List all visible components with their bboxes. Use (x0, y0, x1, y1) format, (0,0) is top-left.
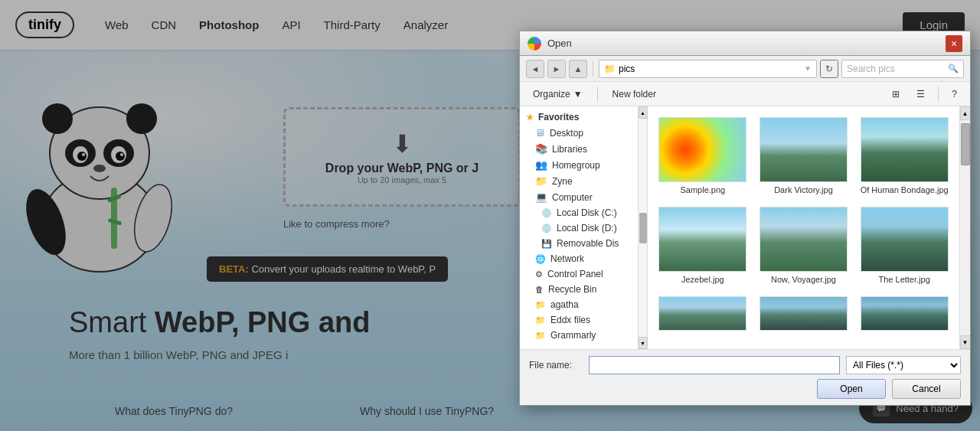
actions-toolbar: Organize ▼ New folder ⊞ ☰ ? (520, 82, 970, 106)
sidebar-item-local-c[interactable]: 💿 Local Disk (C:) (520, 205, 638, 220)
usb-icon: 💾 (541, 239, 552, 249)
favorites-header[interactable]: ★ Favorites (520, 109, 638, 125)
sidebar-label-eddx: Eddx files (550, 315, 590, 325)
cancel-button[interactable]: Cancel (892, 379, 961, 399)
file-thumbnail (658, 117, 746, 182)
sidebar-label-zyne: Zyne (552, 176, 573, 187)
partial3-thumb-image (861, 297, 948, 330)
file-name: The Letter.jpg (879, 275, 930, 284)
sidebar-scroll-down[interactable]: ▼ (639, 337, 648, 349)
file-name: Dark Victory.jpg (774, 185, 833, 194)
title-left: Open (528, 37, 572, 51)
sidebar-item-grammarly[interactable]: 📁 Grammarly (520, 328, 638, 343)
file-thumbnail (760, 117, 848, 182)
sidebar-scroll-thumb[interactable] (639, 213, 647, 243)
file-item[interactable]: Jezebel.jpg (654, 202, 752, 289)
filetype-select[interactable]: All Files (*.*)PNG Files (*.png)JPEG Fil… (846, 356, 961, 374)
voyager-thumb-image (760, 207, 847, 271)
eddx-icon: 📁 (535, 315, 546, 325)
path-dropdown-arrow[interactable]: ▼ (804, 64, 812, 73)
sidebar-scroll-up[interactable]: ▲ (639, 106, 648, 119)
dark-victory-thumb-image (760, 118, 847, 181)
sidebar-item-eddx[interactable]: 📁 Eddx files (520, 312, 638, 328)
disk-c-icon: 💿 (541, 208, 552, 218)
file-item[interactable]: Sample.png (654, 113, 752, 199)
new-folder-button[interactable]: New folder (606, 85, 663, 103)
human-bondage-thumb-image (861, 118, 948, 181)
file-item[interactable]: The Letter.jpg (855, 202, 953, 289)
search-box[interactable]: Search pics 🔍 (841, 60, 964, 78)
sidebar-item-control-panel[interactable]: ⚙ Control Panel (520, 266, 638, 282)
file-name: Sample.png (680, 185, 725, 194)
view-icon-button[interactable]: ⊞ (885, 85, 906, 103)
sidebar-item-libraries[interactable]: 📚 Libraries (520, 141, 638, 157)
path-text: pics (619, 64, 635, 74)
file-name: Jezebel.jpg (681, 275, 724, 284)
dialog-bottom-bar: File name: All Files (*.*)PNG Files (*.p… (520, 349, 970, 405)
open-button[interactable]: Open (817, 379, 886, 399)
files-scrollbar[interactable]: ▲ ▼ (959, 106, 970, 349)
sidebar-label-agatha: agatha (550, 299, 579, 310)
file-item[interactable] (755, 292, 853, 335)
file-name: Now, Voyager.jpg (771, 275, 836, 284)
file-thumbnail (861, 296, 949, 331)
sidebar-scrollbar[interactable]: ▲ ▼ (639, 106, 648, 349)
sidebar-item-recycle[interactable]: 🗑 Recycle Bin (520, 282, 638, 297)
details-icon-button[interactable]: ☰ (910, 85, 932, 103)
recycle-icon: 🗑 (535, 285, 544, 294)
files-scroll-down[interactable]: ▼ (960, 335, 971, 349)
file-item[interactable]: Now, Voyager.jpg (755, 202, 853, 289)
sidebar-item-agatha[interactable]: 📁 agatha (520, 297, 638, 312)
up-button[interactable]: ▲ (569, 60, 587, 78)
refresh-button[interactable]: ↻ (820, 60, 838, 78)
file-item[interactable] (654, 292, 752, 335)
toolbar2-sep2 (938, 87, 939, 102)
sidebar-item-local-d[interactable]: 💿 Local Disk (D:) (520, 220, 638, 236)
address-bar[interactable]: 📁 pics ▼ (599, 60, 817, 78)
back-button[interactable]: ◄ (526, 60, 544, 78)
favorites-star: ★ (526, 113, 534, 122)
sidebar-item-desktop[interactable]: 🖥 Desktop (520, 125, 638, 141)
files-scroll-thumb[interactable] (961, 123, 970, 165)
sidebar-item-homegroup[interactable]: 👥 Homegroup (520, 157, 638, 173)
file-thumbnail (760, 296, 848, 331)
sidebar-label-recycle: Recycle Bin (548, 284, 596, 295)
computer-icon: 💻 (535, 191, 547, 203)
sidebar-item-computer[interactable]: 💻 Computer (520, 189, 638, 205)
sidebar-item-zyne[interactable]: 📁 Zyne (520, 173, 638, 189)
dialog-title: Open (547, 38, 572, 49)
grammarly-icon: 📁 (535, 331, 546, 341)
letter-thumb-image (861, 207, 948, 271)
libraries-icon: 📚 (535, 143, 547, 155)
disk-d-icon: 💿 (541, 224, 552, 233)
organize-label: Organize (533, 89, 570, 100)
file-item[interactable]: Of Human Bondage.jpg (855, 113, 953, 199)
chrome-icon (528, 37, 541, 51)
forward-button[interactable]: ► (547, 60, 566, 78)
sidebar-item-network[interactable]: 🌐 Network (520, 251, 638, 266)
sidebar-item-removable[interactable]: 💾 Removable Dis (520, 236, 638, 251)
organize-arrow: ▼ (573, 89, 583, 100)
sidebar-label-desktop: Desktop (550, 128, 583, 139)
search-icon: 🔍 (948, 64, 959, 73)
toolbar2-right: ⊞ ☰ ? (885, 85, 964, 103)
sidebar-label-grammarly: Grammarly (550, 330, 596, 341)
file-thumbnail (658, 207, 746, 272)
dialog-close-button[interactable]: × (946, 35, 962, 52)
file-item[interactable] (855, 292, 953, 335)
files-scroll-up[interactable]: ▲ (960, 106, 971, 120)
organize-button[interactable]: Organize ▼ (526, 85, 590, 103)
search-placeholder: Search pics (847, 64, 895, 74)
dialog-address-toolbar: ◄ ► ▲ 📁 pics ▼ ↻ Search pics 🔍 (520, 56, 970, 82)
file-item[interactable]: Dark Victory.jpg (755, 113, 853, 199)
sidebar-label-removable: Removable Dis (557, 238, 619, 249)
sidebar-label-control-panel: Control Panel (547, 269, 603, 279)
files-grid: Sample.png Dark Victory.jpg Of Human Bon… (648, 106, 959, 349)
file-dialog: Open × ◄ ► ▲ 📁 pics ▼ ↻ Search pics 🔍 Or… (519, 31, 971, 406)
dialog-body: ★ Favorites 🖥 Desktop 📚 Libraries 👥 Home… (520, 106, 970, 349)
filename-input[interactable] (589, 356, 840, 374)
help-icon-button[interactable]: ? (945, 85, 964, 103)
homegroup-icon: 👥 (535, 159, 547, 171)
file-thumbnail (861, 207, 949, 272)
network-icon: 🌐 (535, 254, 546, 264)
